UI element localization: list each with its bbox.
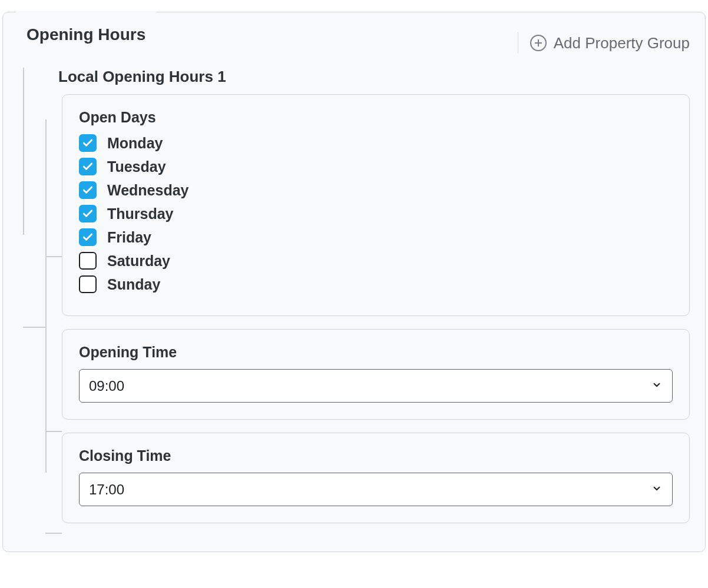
day-label: Wednesday (107, 182, 188, 199)
open-days-title: Open Days (79, 109, 673, 126)
day-label: Monday (107, 135, 163, 152)
day-checkbox[interactable] (79, 181, 97, 199)
day-row: Monday (79, 134, 673, 152)
closing-time-card: Closing Time 17:00 (62, 433, 690, 523)
day-label: Saturday (107, 253, 170, 270)
day-row: Friday (79, 228, 673, 246)
add-property-group-button[interactable]: Add Property Group (518, 32, 690, 54)
day-row: Sunday (79, 275, 673, 293)
subgroup-title: Local Opening Hours 1 (58, 68, 690, 86)
day-checkbox[interactable] (79, 275, 97, 293)
panel-title: Opening Hours (16, 11, 156, 44)
tree-line (45, 119, 47, 473)
day-row: Thursday (79, 205, 673, 222)
day-label: Sunday (107, 276, 160, 293)
closing-time-title: Closing Time (79, 447, 673, 464)
tree-connector (45, 256, 62, 257)
day-checkbox[interactable] (79, 134, 97, 152)
day-row: Saturday (79, 252, 673, 270)
add-property-group-label: Add Property Group (554, 34, 690, 52)
day-row: Wednesday (79, 181, 673, 199)
opening-time-card: Opening Time 09:00 (62, 329, 690, 420)
closing-time-select[interactable]: 17:00 (79, 473, 673, 506)
day-checkbox[interactable] (79, 252, 97, 270)
open-days-card: Open Days MondayTuesdayWednesdayThursday… (62, 94, 690, 316)
day-label: Tuesday (107, 158, 166, 175)
day-checkbox[interactable] (79, 158, 97, 175)
plus-circle-icon (530, 35, 547, 51)
day-checkbox[interactable] (79, 205, 97, 222)
day-checkbox[interactable] (79, 228, 97, 246)
opening-time-select[interactable]: 09:00 (79, 369, 673, 403)
day-row: Tuesday (79, 158, 673, 175)
tree-connector (45, 431, 62, 432)
opening-time-title: Opening Time (79, 344, 673, 361)
day-label: Friday (107, 229, 151, 246)
local-opening-hours-group: Local Opening Hours 1 Open Days MondayTu… (23, 68, 690, 523)
day-label: Thursday (107, 205, 174, 222)
tree-connector (45, 533, 62, 534)
opening-hours-panel: Opening Hours Add Property Group Local O… (2, 12, 706, 552)
